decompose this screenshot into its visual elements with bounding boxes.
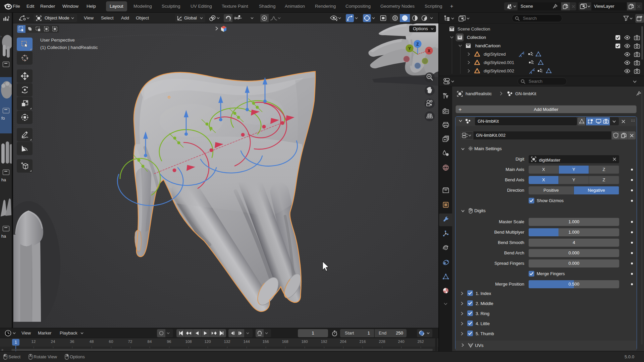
svg-text:Z: Z [416, 42, 419, 47]
svg-text:X: X [428, 49, 430, 53]
svg-text:Y: Y [408, 46, 411, 51]
